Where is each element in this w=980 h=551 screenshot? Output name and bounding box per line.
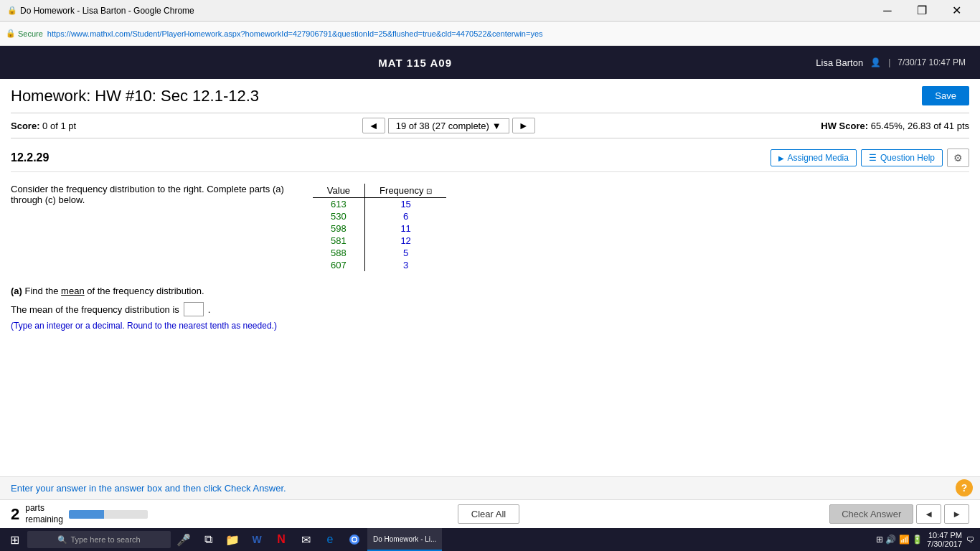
expand-icon[interactable]: ⊡ [426, 187, 432, 195]
taskbar: ⊞ 🔍 Type here to search 🎤 ⧉ 📁 W N ✉ e Do… [0, 528, 980, 551]
question-text-line1: Consider the frequency distribution to t… [11, 184, 284, 194]
taskbar-explorer[interactable]: 📁 [221, 528, 244, 551]
nav-prev-button[interactable]: ◄ [362, 118, 385, 133]
browser-lock-icon [7, 6, 17, 15]
maximize-button[interactable]: ❐ [905, 0, 938, 22]
list-icon [869, 153, 877, 163]
table-cell-value: 598 [313, 222, 365, 235]
taskbar-edge[interactable]: e [319, 528, 341, 551]
lock-icon: 🔒 [6, 29, 16, 38]
save-button[interactable]: Save [922, 86, 969, 105]
part-a-instruction: Find the mean of the frequency distribut… [25, 286, 204, 296]
taskbar-time: 10:47 PM [927, 531, 962, 540]
secure-label: Secure [18, 29, 43, 38]
bottom-instruction: Enter your answer in the answer box and … [0, 476, 980, 499]
instruction-text: Enter your answer in the answer box and … [11, 483, 286, 494]
taskbar-word[interactable]: W [245, 528, 268, 551]
table-row: 58112 [313, 235, 446, 247]
secure-badge: 🔒 Secure [6, 29, 43, 38]
table-cell-value: 613 [313, 198, 365, 211]
assigned-media-button[interactable]: Assigned Media [771, 149, 857, 166]
search-icon: 🔍 [57, 535, 67, 545]
question-body: Consider the frequency distribution to t… [11, 179, 969, 331]
question-help-label: Question Help [880, 153, 935, 163]
part-a-identifier: (a) [11, 286, 22, 296]
footer-right: Check Answer ◄ ► [829, 504, 969, 524]
check-answer-button[interactable]: Check Answer [829, 504, 913, 524]
address-bar: 🔒 Secure https://www.mathxl.com/Student/… [0, 22, 980, 46]
taskbar-mail[interactable]: ✉ [294, 528, 317, 551]
header-right: Lisa Barton 👤 | 7/30/17 10:47 PM [816, 57, 966, 68]
taskbar-date: 7/30/2017 [927, 540, 962, 548]
taskbar-notification: 🗨 [966, 535, 974, 544]
taskbar-netflix[interactable]: N [270, 528, 293, 551]
part-a-section: (a) Find the mean of the frequency distr… [11, 286, 969, 331]
question-number: 12.2.29 [11, 151, 49, 164]
taskbar-right: ⊞ 🔊 📶 🔋 10:47 PM 7/30/2017 🗨 [876, 531, 977, 548]
help-button[interactable]: ? [956, 479, 973, 496]
table-cell-value: 588 [313, 247, 365, 259]
taskbar-mic[interactable]: 🎤 [172, 528, 195, 551]
frequency-table: Value Frequency ⊡ 6131553065981158112588… [313, 184, 446, 271]
taskbar-app-label: Do Homework - Li... [373, 535, 436, 543]
table-cell-freq: 12 [365, 235, 447, 247]
app-header: MAT 115 A09 Lisa Barton 👤 | 7/30/17 10:4… [0, 46, 980, 79]
address-url[interactable]: https://www.mathxl.com/Student/PlayerHom… [47, 29, 543, 38]
hint-text: (Type an integer or a decimal. Round to … [11, 321, 969, 331]
table-cell-freq: 5 [365, 247, 447, 259]
homework-title: Homework: HW #10: Sec 12.1-12.3 [11, 87, 259, 105]
table-cell-freq: 6 [365, 210, 447, 222]
score-value: 0 of 1 pt [42, 121, 76, 131]
table-cell-freq: 3 [365, 259, 447, 271]
separator: | [888, 57, 890, 67]
taskbar-chrome[interactable] [343, 528, 366, 551]
question-help-button[interactable]: Question Help [861, 149, 943, 166]
parts-label-line1: parts [25, 503, 63, 514]
part-a-label: (a) Find the mean of the frequency distr… [11, 286, 969, 296]
table-header-value: Value [313, 184, 365, 198]
table-cell-value: 530 [313, 210, 365, 222]
gear-icon [953, 152, 963, 164]
parts-number: 2 [11, 505, 19, 524]
hw-score-label: HW Score: [821, 121, 868, 131]
start-button[interactable]: ⊞ [3, 528, 26, 551]
score-label: Score: [11, 121, 39, 131]
table-row: 6073 [313, 259, 446, 271]
question-description: Consider the frequency distribution to t… [11, 184, 284, 205]
footer-next-button[interactable]: ► [944, 504, 969, 524]
question-num-row: 12.2.29 Assigned Media Question Help [11, 144, 969, 172]
settings-button[interactable] [947, 149, 969, 167]
period: . [208, 304, 211, 315]
taskbar-view[interactable]: ⧉ [197, 528, 220, 551]
close-button[interactable]: ✕ [940, 0, 973, 22]
taskbar-icons: ⊞ 🔊 📶 🔋 [876, 534, 923, 545]
search-placeholder: Type here to search [70, 535, 140, 544]
table-cell-value: 607 [313, 259, 365, 271]
search-box[interactable]: 🔍 Type here to search [27, 531, 171, 548]
nav-current[interactable]: 19 of 38 (27 complete) ▼ [388, 118, 509, 133]
nav-next-button[interactable]: ► [512, 118, 535, 133]
table-header-freq: Frequency ⊡ [365, 184, 447, 198]
browser-title: Do Homework - Lisa Barton - Google Chrom… [20, 6, 871, 16]
taskbar-active-app[interactable]: Do Homework - Li... [367, 528, 442, 551]
table-row: 59811 [313, 222, 446, 235]
score-right: HW Score: 65.45%, 26.83 of 41 pts [821, 121, 969, 131]
progress-bar-fill [69, 510, 105, 519]
table-row: 5885 [313, 247, 446, 259]
freq-table-container: Consider the frequency distribution to t… [11, 184, 969, 271]
taskbar-clock: 10:47 PM 7/30/2017 [927, 531, 962, 548]
title-bar: Do Homework - Lisa Barton - Google Chrom… [0, 0, 980, 22]
parts-remaining: 2 parts remaining [11, 503, 148, 525]
mean-answer-input[interactable] [184, 302, 204, 316]
clear-all-button[interactable]: Clear All [458, 504, 519, 524]
window-controls: ─ ❐ ✕ [871, 0, 973, 22]
footer-prev-button[interactable]: ◄ [916, 504, 941, 524]
taskbar-left: ⊞ 🔍 Type here to search 🎤 ⧉ 📁 W N ✉ e Do… [3, 528, 442, 551]
score-left: Score: 0 of 1 pt [11, 121, 76, 131]
nav-current-text: 19 of 38 (27 complete) [396, 121, 489, 131]
table-cell-freq: 15 [365, 198, 447, 211]
minimize-button[interactable]: ─ [871, 0, 904, 22]
main-content: Homework: HW #10: Sec 12.1-12.3 Save Sco… [0, 79, 980, 331]
footer-bar: 2 parts remaining Clear All Check Answer… [0, 499, 980, 528]
datetime: 7/30/17 10:47 PM [897, 57, 966, 67]
